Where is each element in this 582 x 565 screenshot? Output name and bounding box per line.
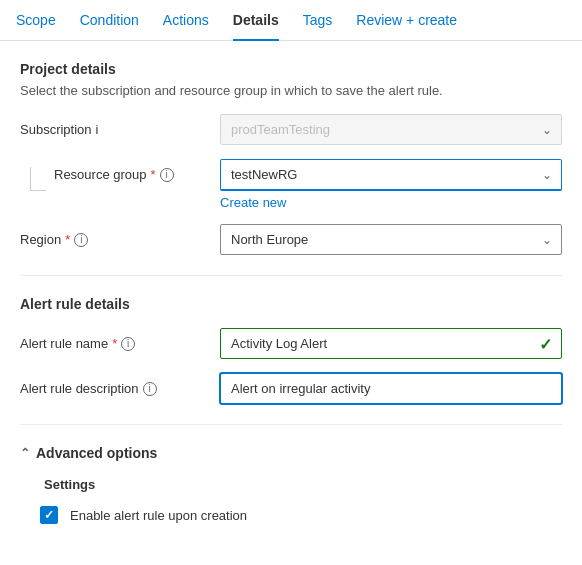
- alert-rule-name-input[interactable]: [220, 328, 562, 359]
- resource-group-label: Resource group * i: [46, 159, 246, 182]
- tab-tags[interactable]: Tags: [303, 0, 333, 40]
- resource-group-dropdown-container: testNewRG ⌄: [220, 159, 562, 191]
- resource-group-row: Resource group * i testNewRG ⌄ Create ne…: [20, 159, 562, 210]
- tab-details[interactable]: Details: [233, 0, 279, 40]
- tab-review-create[interactable]: Review + create: [356, 0, 457, 40]
- project-details-desc: Select the subscription and resource gro…: [20, 83, 562, 98]
- alert-rule-desc-control: [220, 373, 562, 404]
- advanced-options-section: ⌃ Advanced options Settings Enable alert…: [20, 445, 562, 524]
- alert-rule-desc-label: Alert rule description i: [20, 373, 220, 396]
- region-label: Region * i: [20, 224, 220, 247]
- resource-group-required: *: [151, 167, 156, 182]
- alert-rule-name-check-icon: ✓: [539, 334, 552, 353]
- page-content: Project details Select the subscription …: [0, 41, 582, 544]
- enable-alert-row: Enable alert rule upon creation: [40, 506, 562, 524]
- alert-rule-name-control: ✓: [220, 328, 562, 359]
- nav-tabs: Scope Condition Actions Details Tags Rev…: [0, 0, 582, 41]
- subscription-select[interactable]: prodTeamTesting: [220, 114, 562, 145]
- section-divider-2: [20, 424, 562, 425]
- region-info-icon[interactable]: i: [74, 233, 88, 247]
- subscription-control: prodTeamTesting ⌄: [220, 114, 562, 145]
- alert-rule-desc-info-icon[interactable]: i: [143, 382, 157, 396]
- subscription-label: Subscription i: [20, 114, 220, 137]
- subscription-info-icon[interactable]: i: [96, 122, 99, 137]
- region-required: *: [65, 232, 70, 247]
- region-row: Region * i North Europe ⌄: [20, 224, 562, 255]
- alert-rule-name-row: Alert rule name * i ✓: [20, 328, 562, 359]
- create-new-link[interactable]: Create new: [220, 195, 562, 210]
- advanced-options-label: Advanced options: [36, 445, 157, 461]
- resource-group-info-icon[interactable]: i: [160, 168, 174, 182]
- advanced-options-toggle[interactable]: ⌃ Advanced options: [20, 445, 562, 461]
- tab-scope[interactable]: Scope: [16, 0, 56, 40]
- enable-alert-label: Enable alert rule upon creation: [70, 508, 247, 523]
- resource-group-control: testNewRG ⌄ Create new: [220, 159, 562, 210]
- project-details-section: Project details Select the subscription …: [20, 61, 562, 255]
- region-dropdown-container: North Europe ⌄: [220, 224, 562, 255]
- alert-rule-desc-row: Alert rule description i: [20, 373, 562, 404]
- indent-decoration: [30, 167, 46, 191]
- settings-label: Settings: [40, 477, 562, 492]
- region-select[interactable]: North Europe: [220, 224, 562, 255]
- subscription-dropdown-container: prodTeamTesting ⌄: [220, 114, 562, 145]
- project-details-title: Project details: [20, 61, 562, 77]
- alert-rule-name-required: *: [112, 336, 117, 351]
- tab-actions[interactable]: Actions: [163, 0, 209, 40]
- advanced-collapse-icon: ⌃: [20, 446, 30, 460]
- region-control: North Europe ⌄: [220, 224, 562, 255]
- alert-rule-details-title: Alert rule details: [20, 296, 562, 312]
- alert-rule-desc-input[interactable]: [220, 373, 562, 404]
- resource-group-select[interactable]: testNewRG: [220, 159, 562, 191]
- subscription-row: Subscription i prodTeamTesting ⌄: [20, 114, 562, 145]
- alert-rule-name-info-icon[interactable]: i: [121, 337, 135, 351]
- tab-condition[interactable]: Condition: [80, 0, 139, 40]
- section-divider-1: [20, 275, 562, 276]
- enable-alert-checkbox[interactable]: [40, 506, 58, 524]
- alert-rule-name-label: Alert rule name * i: [20, 328, 220, 351]
- alert-rule-details-section: Alert rule details Alert rule name * i ✓…: [20, 296, 562, 404]
